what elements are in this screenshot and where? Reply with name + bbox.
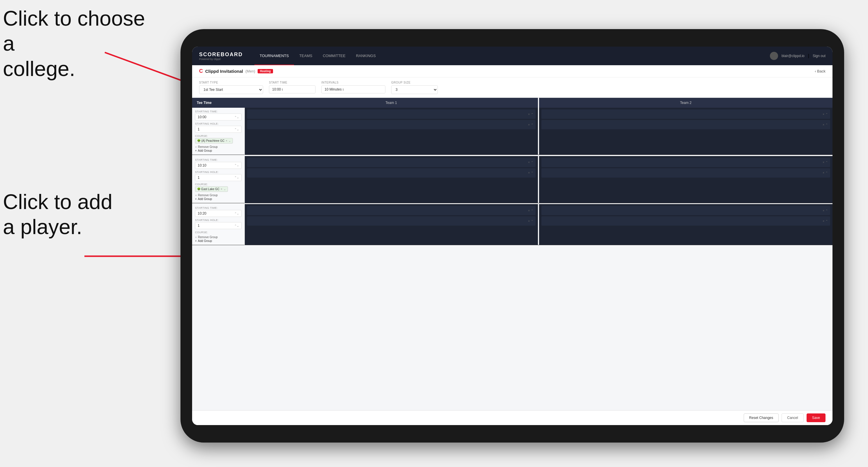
course-remove-1[interactable]: × — [221, 187, 222, 191]
team1-cell-1[interactable]: ×⌃ ×⌃ — [245, 156, 538, 203]
user-email: blair@clippd.io — [781, 54, 805, 58]
sign-out-button[interactable]: Sign out — [813, 54, 826, 58]
slot-ctrl-t2-2-0-1[interactable]: ⌃ — [826, 209, 828, 212]
tournament-title: C Clippd Invitational (Men) Hosting — [199, 68, 273, 74]
player-slot-t2-0-1[interactable]: ×⌃ — [541, 120, 830, 129]
team2-cell-0[interactable]: ×⌃ ×⌃ — [539, 108, 833, 155]
course-edit-0[interactable]: ⌄ — [228, 139, 231, 143]
add-group-2[interactable]: + Add Group — [195, 239, 242, 243]
remove-group-2[interactable]: ○ Remove Group — [195, 236, 242, 239]
player-slot-t1-1-1[interactable]: ×⌃ — [247, 168, 536, 178]
cancel-button[interactable]: Cancel — [781, 413, 803, 422]
slot-ctrl-t1-0-1-1[interactable]: ⌃ — [531, 123, 533, 126]
group-size-select[interactable]: 3 — [391, 85, 438, 94]
slot-ctrl-t2-2-1-1[interactable]: ⌃ — [826, 220, 828, 223]
slot-ctrl-t2-0-1-1[interactable]: ⌃ — [826, 123, 828, 126]
starting-time-label-1: STARTING TIME: — [195, 158, 242, 161]
starting-hole-value-0[interactable]: 1 ⌃⌄ — [195, 126, 242, 133]
tablet-frame: SCOREBOARD Powered by clippd TOURNAMENTS… — [181, 29, 844, 442]
slot-ctrl-t2-1-1-0[interactable]: × — [823, 171, 824, 175]
remove-group-0[interactable]: ○ Remove Group — [195, 145, 242, 149]
tablet-screen: SCOREBOARD Powered by clippd TOURNAMENTS… — [192, 46, 833, 425]
slot-ctrl-t2-1-0-0[interactable]: × — [823, 161, 824, 164]
header-right: blair@clippd.io | Sign out — [770, 52, 826, 60]
course-remove-0[interactable]: × — [225, 139, 227, 143]
team2-cell-1[interactable]: ×⌃ ×⌃ — [539, 156, 833, 203]
course-tag-0[interactable]: 🌳 (A) Peachtree GC × ⌄ — [195, 138, 233, 144]
logo-sub: Powered by clippd — [199, 58, 243, 61]
slot-ctrl-t1-0-1-0[interactable]: × — [528, 123, 530, 126]
player-slot-t2-2-1[interactable]: ×⌃ — [541, 216, 830, 226]
slot-ctrl-t2-0-0-0[interactable]: × — [823, 113, 824, 116]
player-slot-t1-2-1[interactable]: ×⌃ — [247, 216, 536, 226]
slot-ctrl-t2-1-0-1[interactable]: ⌃ — [826, 161, 828, 164]
player-slot-t1-1-0[interactable]: ×⌃ — [247, 158, 536, 167]
add-group-1[interactable]: + Add Group — [195, 197, 242, 200]
logo-text: SCOREBOARD — [199, 52, 243, 58]
group-size-group: Group Size 3 — [391, 81, 438, 94]
start-type-select[interactable]: 1st Tee Start — [199, 85, 263, 94]
course-label-2: COURSE: — [195, 231, 242, 234]
tournament-gender: (Men) — [245, 69, 255, 73]
nav-rankings[interactable]: RANKINGS — [351, 46, 381, 65]
remove-group-1[interactable]: ○ Remove Group — [195, 194, 242, 197]
add-group-0[interactable]: + Add Group — [195, 149, 242, 152]
nav-tournaments[interactable]: TOURNAMENTS — [254, 46, 294, 65]
header-separator: | — [808, 53, 809, 59]
tee-group-1: STARTING TIME: 10:10 ⌃⌄ STARTING HOLE: 1… — [192, 156, 833, 203]
slot-ctrl-t1-2-0-1[interactable]: ⌃ — [531, 209, 533, 212]
player-slot-t2-2-0[interactable]: ×⌃ — [541, 206, 830, 215]
nav-teams[interactable]: TEAMS — [294, 46, 317, 65]
save-button[interactable]: Save — [807, 413, 826, 422]
player-slot-t1-0-0[interactable]: ×⌃ — [247, 110, 536, 119]
starting-time-value-0[interactable]: 10:00 ⌃⌄ — [195, 114, 242, 121]
slot-ctrl-t1-0-0-1[interactable]: ⌃ — [531, 113, 533, 116]
player-slot-t2-0-0[interactable]: ×⌃ — [541, 110, 830, 119]
player-slot-t1-2-0[interactable]: ×⌃ — [247, 206, 536, 215]
starting-hole-value-1[interactable]: 1 ⌃⌄ — [195, 174, 242, 181]
add-group-icon-1: + — [195, 197, 197, 200]
team1-cell-0[interactable]: ×⌃ ×⌃ — [245, 108, 538, 155]
remove-group-icon-1: ○ — [195, 194, 197, 197]
back-button[interactable]: ‹ Back — [815, 69, 826, 73]
hosting-badge: Hosting — [258, 69, 273, 73]
nav-committee[interactable]: COMMITTEE — [317, 46, 351, 65]
slot-ctrl-t1-0-0-0[interactable]: × — [528, 113, 530, 116]
team2-cell-2[interactable]: ×⌃ ×⌃ — [539, 204, 833, 245]
intervals-group: Intervals 10 Minutes ℹ — [321, 81, 385, 94]
starting-hole-value-2[interactable]: 1 ⌃⌄ — [195, 222, 242, 229]
reset-button[interactable]: Reset Changes — [744, 413, 779, 422]
slot-ctrl-t2-0-1-0[interactable]: × — [823, 123, 824, 126]
form-bar: Start Type 1st Tee Start Start Time 10:0… — [192, 77, 833, 98]
slot-ctrl-t1-2-1-0[interactable]: × — [528, 220, 530, 223]
tee-time-header: Tee Time — [192, 98, 245, 108]
course-edit-1[interactable]: ⌄ — [223, 187, 226, 191]
schedule-table: Tee Time Team 1 Team 2 STARTING TIME: 10… — [192, 98, 833, 246]
start-time-field[interactable]: 10:00 ℹ — [269, 85, 315, 93]
start-type-label: Start Type — [199, 81, 263, 84]
slot-ctrl-t2-1-1-1[interactable]: ⌃ — [826, 171, 828, 175]
course-tag-1[interactable]: 🌳 East Lake GC × ⌄ — [195, 186, 228, 192]
slot-ctrl-t2-2-0-0[interactable]: × — [823, 209, 824, 212]
slot-ctrl-t1-1-0-1[interactable]: ⌃ — [531, 161, 533, 164]
slot-ctrl-t1-1-0-0[interactable]: × — [528, 161, 530, 164]
slot-ctrl-t1-2-1-1[interactable]: ⌃ — [531, 220, 533, 223]
remove-group-icon-2: ○ — [195, 236, 197, 239]
player-slot-t2-1-0[interactable]: ×⌃ — [541, 158, 830, 167]
starting-time-value-1[interactable]: 10:10 ⌃⌄ — [195, 162, 242, 169]
player-slot-t2-1-1[interactable]: ×⌃ — [541, 168, 830, 178]
starting-time-value-2[interactable]: 10:20 ⌃⌄ — [195, 210, 242, 217]
player-slot-t1-0-1[interactable]: ×⌃ — [247, 120, 536, 129]
slot-ctrl-t1-2-0-0[interactable]: × — [528, 209, 530, 212]
slot-ctrl-t2-2-1-0[interactable]: × — [823, 220, 824, 223]
main-content: Tee Time Team 1 Team 2 STARTING TIME: 10… — [192, 98, 833, 410]
slot-ctrl-t2-0-0-1[interactable]: ⌃ — [826, 113, 828, 116]
team1-cell-2[interactable]: ×⌃ ×⌃ — [245, 204, 538, 245]
group-size-label: Group Size — [391, 81, 438, 84]
main-nav: TOURNAMENTS TEAMS COMMITTEE RANKINGS — [254, 46, 770, 65]
slot-ctrl-t1-1-1-0[interactable]: × — [528, 171, 530, 175]
group-actions-0: ○ Remove Group + Add Group — [195, 145, 242, 152]
slot-ctrl-t1-1-1-1[interactable]: ⌃ — [531, 171, 533, 175]
intervals-field[interactable]: 10 Minutes ℹ — [321, 85, 385, 93]
left-panel-1: STARTING TIME: 10:10 ⌃⌄ STARTING HOLE: 1… — [192, 156, 245, 203]
